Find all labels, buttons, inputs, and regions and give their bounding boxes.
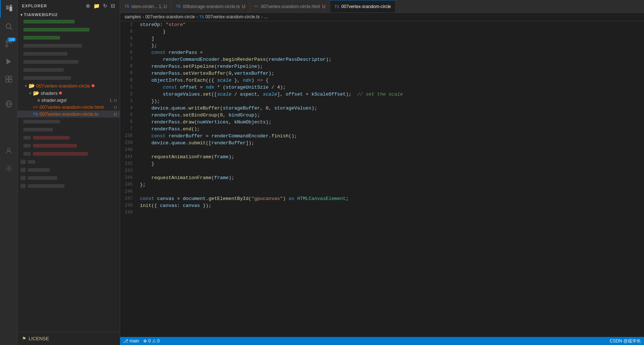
search-nav-icon[interactable] — [0, 18, 18, 35]
tab-006storage[interactable]: TS 006storage-srandom-circle.ts U — [171, 0, 250, 13]
new-file-icon[interactable]: ⊕ — [86, 3, 90, 9]
sidebar: EXPLORER ⊕ 📁 ↻ ⊟ ▾ TIANWEBGPU2 — [18, 0, 120, 345]
tab-007ts-active[interactable]: TS 007vertex-srandom-circle — [330, 0, 396, 13]
svg-point-15 — [8, 167, 10, 170]
workspace-header[interactable]: ▾ TIANWEBGPU2 — [18, 12, 120, 18]
git-branch[interactable]: ⎇ main — [123, 338, 139, 344]
tab-006-label: 006storage-srandom-circle.ts — [183, 4, 240, 9]
file-ts-active[interactable]: TS 007vertex-srandom-circle.ts U — [18, 111, 120, 118]
svg-rect-8 — [9, 76, 11, 79]
code-line-closebrace: 3 }); — [120, 98, 644, 105]
wgsl-file-label: shader.wgsl — [41, 97, 67, 103]
line-num-writebuffer: 4 — [120, 105, 138, 112]
blurred-group-2 — [18, 142, 120, 150]
workspace-chevron: ▾ — [21, 13, 22, 17]
code-line-241: 241 requestAnimationFrame(frame); — [120, 153, 644, 160]
line-content-bracket1: ] — [138, 35, 644, 42]
folder-007vertex[interactable]: ▾ 📂 007vertex-srandom-circle — [18, 82, 120, 89]
code-line-setpipeline: 8 renderPass.setPipeline(renderPipeline)… — [120, 63, 644, 70]
line-content-closebrace: }); — [138, 98, 644, 105]
line-num-245: 245 — [120, 181, 138, 188]
line-content-foreach: objectInfos.forEach(({ scale }, ndx) => … — [138, 77, 644, 84]
remote-nav-icon[interactable] — [0, 95, 18, 113]
workspace-name: TIANWEBGPU2 — [24, 12, 58, 17]
svg-point-4 — [5, 41, 8, 43]
line-content-239: device.queue.submit([renderBuffer]); — [138, 140, 644, 146]
tab-007html-icon: <> — [254, 4, 259, 8]
blurred-file-1 — [18, 18, 120, 26]
line-content-offset: const offset = ndx * (storageUnitSzie / … — [138, 84, 644, 91]
breadcrumb-more[interactable]: ... — [264, 14, 268, 19]
code-line-246: 246 — [120, 188, 644, 195]
line-content-setpipeline: renderPass.setPipeline(renderPipeline); — [138, 63, 644, 70]
line-num-foreach: 0 — [120, 77, 138, 84]
refresh-icon[interactable]: ↻ — [103, 3, 108, 9]
svg-point-0 — [6, 24, 11, 29]
wgsl-file-icon: ≡ — [37, 98, 40, 103]
folder-007vertex-icon: 📂 — [29, 83, 35, 89]
code-line-setbindgroup: 5 renderPass.setBindGroup(0, bindGroup); — [120, 112, 644, 119]
code-area[interactable]: 2 storeOp: "store" 8 } 4 ] 5 }; — [120, 21, 644, 337]
tab-007html-label: 007vertex-srandom-circle.html — [261, 4, 320, 9]
file-shader-wgsl[interactable]: ≡ shader.wgsl 1, U — [18, 97, 120, 104]
line-num-close1: 8 — [120, 28, 138, 35]
code-line-247: 247 const canvas = document.getElementBy… — [120, 195, 644, 202]
line-num-draw: 6 — [120, 119, 138, 126]
csdn-label: CSDN @疏学长 — [610, 338, 641, 344]
license-icon: ⚑ — [22, 336, 26, 341]
source-control-nav-icon[interactable]: 228 — [0, 35, 18, 53]
error-count[interactable]: ⊗ 0 ⚠ 0 — [143, 338, 159, 344]
breadcrumb-sep-1: › — [143, 14, 144, 19]
code-line-renderpass: 6 const renderPass = — [120, 49, 644, 56]
license-label: LICENSE — [29, 336, 49, 341]
line-num-setvertexbuffer: 9 — [120, 70, 138, 77]
svg-rect-7 — [5, 76, 8, 79]
tab-007html[interactable]: <> 007vertex-srandom-circle.html U — [250, 0, 330, 13]
tab-idom-icon: TS — [125, 4, 129, 8]
code-line-end: 7 renderPass.end(); — [120, 126, 644, 133]
code-line-244: 244 requestAnimationFrame(frame); — [120, 174, 644, 181]
line-content-draw: renderPass.draw(numVertices, kNumObjects… — [138, 119, 644, 126]
line-content-240 — [138, 146, 644, 153]
breadcrumb-file[interactable]: 007vertex-srandom-circle.ts — [206, 14, 260, 19]
line-content-249 — [138, 209, 644, 216]
sidebar-header: EXPLORER ⊕ 📁 ↻ ⊟ — [18, 0, 120, 12]
line-content-238: const renderBuffer = renderCommandEncode… — [138, 133, 644, 140]
tab-idom[interactable]: TS idom-circle\... 1, U — [120, 0, 171, 13]
code-line-238: 238 const renderBuffer = renderCommandEn… — [120, 133, 644, 140]
html-badge: U — [114, 105, 117, 110]
svg-rect-9 — [9, 79, 11, 82]
line-content-244: requestAnimationFrame(frame); — [138, 174, 644, 181]
breadcrumb-ts-icon-small: TS — [199, 15, 204, 19]
new-folder-icon[interactable]: 📁 — [93, 3, 100, 9]
license-file[interactable]: ⚑ LICENSE — [21, 335, 117, 342]
code-line-239: 239 device.queue.submit([renderBuffer]); — [120, 140, 644, 146]
line-num-renderpass: 6 — [120, 49, 138, 56]
line-content-247: const canvas = document.getElementById("… — [138, 195, 644, 202]
collapse-icon[interactable]: ⊟ — [111, 3, 115, 9]
accounts-nav-icon[interactable] — [0, 142, 18, 160]
file-html[interactable]: <> 007vertex-srandom-circle.html U — [18, 104, 120, 111]
ts-file-label: 007vertex-srandom-circle.ts — [40, 111, 98, 117]
code-line-foreach: 0 objectInfos.forEach(({ scale }, ndx) =… — [120, 77, 644, 84]
blurred-group-3 — [18, 150, 120, 158]
code-line-249: 249 — [120, 209, 644, 216]
blurred-file-5 — [18, 50, 120, 58]
folder-shaders[interactable]: ▾ 📂 shaders — [18, 89, 120, 97]
breadcrumb-sep-2: › — [196, 14, 198, 19]
line-num-close2: 5 — [120, 42, 138, 49]
settings-nav-icon[interactable] — [0, 160, 18, 177]
run-nav-icon[interactable] — [0, 53, 18, 70]
explorer-nav-icon[interactable] — [0, 0, 18, 18]
sidebar-bottom: ⚑ LICENSE — [18, 332, 120, 345]
breadcrumb-folder[interactable]: 007vertex-srandom-circle — [145, 14, 195, 19]
breadcrumb-samples[interactable]: samples — [125, 14, 141, 19]
code-line-close1: 8 } — [120, 28, 644, 35]
status-bar: ⎇ main ⊗ 0 ⚠ 0 CSDN @疏学长 — [120, 337, 644, 345]
folder-007vertex-label: 007vertex-srandom-circle — [36, 83, 90, 89]
blurred-file-11 — [18, 158, 120, 166]
extensions-nav-icon[interactable] — [0, 70, 18, 88]
line-content-storeop: storeOp: "store" — [138, 21, 644, 28]
line-num-offset: 1 — [120, 84, 138, 91]
folder-shaders-badge — [59, 92, 62, 94]
